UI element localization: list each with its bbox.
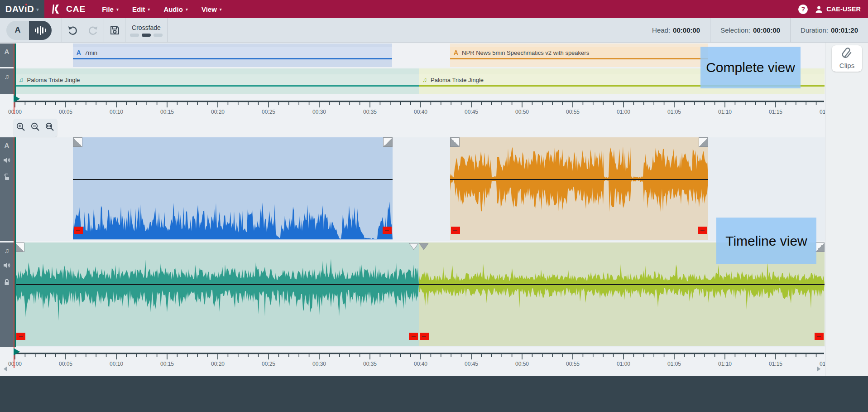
timeline-clip[interactable] [450,137,708,240]
locator-line-teal[interactable] [14,44,16,101]
clip-marker[interactable] [451,227,460,234]
clip-marker[interactable] [815,333,824,340]
crossfade-label: Crossfade [132,24,161,31]
clip-marker[interactable] [383,227,392,234]
music-note-icon: ♫ [4,73,9,80]
clip-marker[interactable] [74,227,83,234]
app-name: CAE [66,4,86,14]
ruler-label: 00:50 [515,361,529,367]
ruler-label: 00:25 [262,361,275,367]
timeline-clip[interactable] [15,242,419,346]
clip-marker[interactable] [409,333,418,340]
menu-view[interactable]: View▾ [197,3,226,16]
paperclip-icon [841,48,853,60]
user-menu[interactable]: CAE-USER [815,5,861,13]
chevron-down-icon: ▾ [36,6,39,13]
david-logo: DAVıD [5,4,34,15]
lock-closed-icon[interactable] [3,275,10,287]
menu-list: File▾Edit▾Audio▾View▾ [97,3,226,16]
ruler-label: 00:40 [414,109,427,115]
clip-marker[interactable] [420,333,429,340]
zoom-out-button[interactable] [30,122,40,134]
ruler-label: 00:15 [160,109,174,115]
music-clip-icon: ♫ [19,76,24,83]
ruler-label: 00:15 [160,361,174,367]
ruler-label: 01:15 [769,361,782,367]
scrollbar-left-arrow[interactable] [4,366,7,372]
redo-button[interactable] [83,18,104,43]
crossfade-icon [130,34,163,37]
cae-audio-editor-window: DAVıD ▾ CAE File▾Edit▾Audio▾View▾ ? CAE-… [0,0,868,412]
playhead-arrow[interactable] [14,95,20,102]
chevron-down-icon: ▾ [116,7,119,12]
ruler-label: 00:05 [59,361,72,367]
menu-audio[interactable]: Audio▾ [159,3,192,16]
playhead-arrow[interactable] [14,348,20,355]
zoom-in-button[interactable] [16,122,26,134]
clip-marker[interactable] [16,333,25,340]
track-a-icon: A [5,48,10,55]
ruler-label: 01:05 [667,361,681,367]
help-icon[interactable]: ? [798,5,808,14]
timeline-track-rail-music: ♫ [0,242,14,347]
crossfade-junction-handle[interactable] [409,243,429,251]
zoom-fit-button[interactable] [45,122,55,134]
clip-name: Paloma Triste Jingle [431,77,484,83]
ruler-label: 00:55 [566,109,580,115]
user-icon [815,5,823,13]
ruler-label: 00:55 [566,361,580,367]
clips-panel-button[interactable]: Clips [832,45,862,72]
clip-label: ♫Paloma Triste Jingle [15,74,419,85]
ruler-label: 00:10 [110,109,123,115]
clip-fade-handle[interactable] [450,137,460,147]
clip-band [15,68,419,74]
david-logo-button[interactable]: DAVıD ▾ [0,0,44,18]
ruler-label: 00:30 [312,361,326,367]
overview-clip[interactable]: ANPR News 5min Speechmatics v2 with spea… [450,44,708,67]
ruler-label: 01:15 [769,109,782,115]
lock-open-icon[interactable] [3,170,10,182]
clip-band [73,59,393,67]
overview-ruler[interactable]: 00:0000:0500:1000:1500:2000:2500:3000:35… [0,95,825,116]
locator-line-teal[interactable] [14,137,16,347]
overview-clip[interactable]: A7min [73,44,393,67]
clip-name: 7min [85,49,97,56]
clip-fade-handle[interactable] [73,137,82,147]
head-readout: Head:00:00:00 [642,18,710,43]
speaker-icon[interactable] [3,153,11,165]
menu-file[interactable]: File▾ [97,3,123,16]
ruler-label: 00:20 [211,109,225,115]
undo-button[interactable] [62,18,83,43]
speaker-icon[interactable] [3,258,11,271]
ruler-label: 00:35 [363,109,377,115]
redo-icon [88,25,99,36]
clip-fade-handle[interactable] [699,137,708,147]
save-button[interactable] [104,18,125,43]
waveform [73,137,393,240]
music-note-icon: ♫ [4,247,9,254]
chevron-down-icon: ▾ [220,7,222,12]
clip-marker[interactable] [698,227,707,234]
scrollbar-right-arrow[interactable] [817,366,820,372]
time-readouts: Head:00:00:00 Selection:00:00:00 Duratio… [642,18,868,43]
duration-readout: Duration:00:01:20 [790,18,868,43]
clip-fade-handle[interactable] [383,137,393,147]
clip-band [73,44,393,47]
clip-fade-handle[interactable] [15,242,24,252]
overview-clip[interactable]: ♫Paloma Triste Jingle [15,68,419,94]
menu-edit[interactable]: Edit▾ [128,3,154,16]
crossfade-button[interactable]: Crossfade [125,18,167,43]
overview-track-rail-a: A [0,44,14,67]
clip-band [450,59,708,67]
waveform [450,137,708,240]
waveform-mode-button[interactable] [29,21,52,40]
selection-readout: Selection:00:00:00 [710,18,790,43]
text-mode-button[interactable]: A [6,21,29,40]
editing-area: A♫A♫ A7min ANPR News 5min Speechmatics v… [0,43,825,376]
timeline-ruler[interactable]: 00:0000:0500:1000:1500:2000:2500:3000:35… [0,347,825,368]
track-a-icon: A [5,142,10,149]
ruler-label: 00:50 [515,109,529,115]
transport-bar: ✂ ✂ ^ →← -60 [0,376,868,412]
ruler-label: 01:00 [617,109,630,115]
timeline-clip[interactable] [73,137,393,240]
